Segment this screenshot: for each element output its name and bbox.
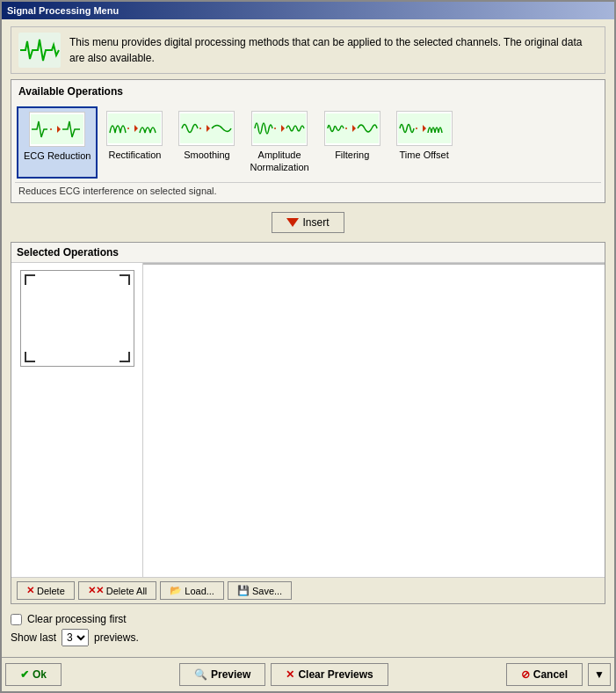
op-rectification-icon (106, 111, 163, 146)
list-frame (20, 270, 134, 367)
preview-count-select[interactable]: 1 2 3 4 5 (62, 629, 89, 646)
delete-x-icon: ✕ (26, 585, 34, 596)
extra-button[interactable]: ▼ (588, 663, 611, 686)
preview-label: Preview (211, 668, 250, 681)
op-amplitude[interactable]: Amplitude Normalization (243, 106, 315, 179)
selected-detail (143, 263, 605, 577)
clear-previews-label: Clear Previews (298, 668, 373, 681)
window-title: Signal Processing Menu (7, 5, 119, 16)
selected-actions: ✕ Delete ✕✕ Delete All 📂 Load... 💾 Save.… (11, 577, 605, 603)
delete-all-button[interactable]: ✕✕ Delete All (78, 581, 156, 600)
clear-previews-button[interactable]: ✕ Clear Previews (271, 663, 388, 686)
info-bar: This menu provides digital processing me… (11, 26, 605, 74)
clear-previews-x-icon: ✕ (286, 668, 294, 681)
load-button[interactable]: 📂 Load... (160, 581, 224, 600)
extra-chevron-icon: ▼ (594, 668, 605, 681)
preview-icon: 🔍 (194, 668, 207, 681)
available-operations-panel: Available Operations ECG Reduction (11, 79, 605, 203)
ok-label: Ok (33, 668, 47, 681)
corner-tl (25, 274, 35, 285)
clear-processing-row: Clear processing first (11, 613, 605, 625)
corner-tr (120, 274, 130, 285)
show-last-label: Show last (11, 631, 56, 644)
cancel-label: Cancel (533, 668, 568, 681)
op-ecg-label: ECG Reduction (24, 150, 91, 162)
op-smoothing-label: Smoothing (184, 149, 230, 161)
load-icon: 📂 (170, 585, 182, 596)
op-rectification[interactable]: Rectification (99, 106, 170, 179)
op-timeoffset-label: Time Offset (400, 149, 449, 161)
cancel-icon: ⊘ (521, 668, 530, 681)
op-timeoffset-icon (396, 111, 453, 146)
preview-button[interactable]: 🔍 Preview (179, 663, 265, 686)
ok-button[interactable]: ✔ Ok (5, 663, 62, 686)
info-text: This menu provides digital processing me… (69, 34, 598, 66)
corner-br (120, 352, 130, 362)
delete-all-label: Delete All (106, 586, 147, 596)
available-operations-title: Available Operations (15, 84, 601, 99)
op-timeoffset[interactable]: Time Offset (389, 106, 460, 179)
bottom-options: Clear processing first Show last 1 2 3 4… (11, 609, 605, 650)
op-ecg-reduction[interactable]: ECG Reduction (17, 106, 98, 179)
footer-buttons: ✔ Ok 🔍 Preview ✕ Clear Previews ⊘ Cancel… (2, 657, 614, 691)
insert-arrow-icon (286, 218, 299, 227)
insert-row: Insert (11, 208, 605, 237)
clear-processing-label: Clear processing first (27, 613, 127, 625)
insert-button[interactable]: Insert (272, 212, 344, 233)
op-smoothing[interactable]: Smoothing (171, 106, 242, 179)
title-bar: Signal Processing Menu (2, 2, 614, 19)
ok-check-icon: ✔ (20, 668, 29, 681)
op-amplitude-label: Amplitude Normalization (250, 149, 308, 174)
show-last-row: Show last 1 2 3 4 5 previews. (11, 629, 605, 646)
op-rectification-label: Rectification (108, 149, 161, 161)
save-button[interactable]: 💾 Save... (228, 581, 292, 600)
cancel-button[interactable]: ⊘ Cancel (506, 663, 583, 686)
corner-bl (25, 352, 35, 362)
delete-all-icon: ✕✕ (88, 585, 104, 596)
delete-label: Delete (37, 586, 65, 596)
clear-processing-checkbox[interactable] (11, 614, 22, 625)
op-filtering-label: Filtering (335, 149, 369, 161)
delete-button[interactable]: ✕ Delete (17, 581, 75, 600)
operation-description: Reduces ECG interference on selected sig… (15, 182, 601, 199)
op-filtering-icon (324, 111, 380, 146)
operations-grid: ECG Reduction Rectification (15, 105, 601, 180)
selected-content (11, 262, 605, 577)
op-ecg-icon (29, 112, 85, 147)
selected-operations-title: Selected Operations (11, 243, 605, 262)
save-label: Save... (252, 586, 282, 596)
save-icon: 💾 (237, 585, 250, 596)
main-window: Signal Processing Menu This menu provide… (0, 0, 616, 693)
op-smoothing-icon (178, 111, 235, 146)
op-amplitude-icon (251, 111, 308, 146)
load-label: Load... (185, 586, 214, 596)
info-icon (18, 33, 61, 68)
svg-rect-10 (253, 113, 306, 143)
insert-label: Insert (302, 216, 329, 229)
op-filtering[interactable]: Filtering (317, 106, 388, 179)
selected-list[interactable] (11, 263, 143, 577)
previews-label: previews. (94, 631, 139, 644)
selected-operations-panel: Selected Operations ✕ Delete (11, 242, 605, 604)
